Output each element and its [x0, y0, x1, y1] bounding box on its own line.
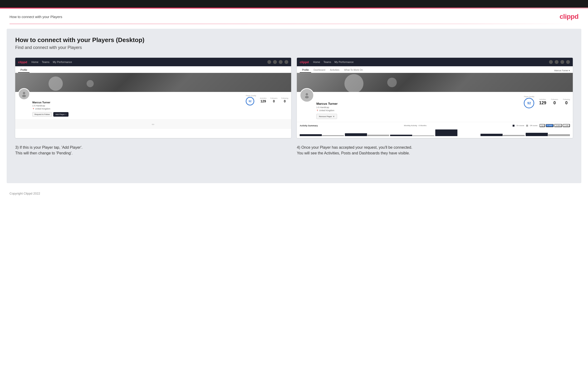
header-divider — [9, 24, 579, 24]
right-user-icon[interactable] — [555, 60, 559, 64]
left-avatar-wrap: Marcus Turner 1-5 Handicap 📍 United King… — [18, 88, 288, 117]
user-icon[interactable] — [273, 60, 277, 64]
right-nav-items: Home Teams My Performance — [313, 61, 549, 63]
left-stat-followers: Followers 0 — [270, 97, 277, 103]
right-player-handicap: 1-5 Handicap — [316, 106, 524, 109]
left-nav-home[interactable]: Home — [31, 61, 38, 63]
right-navbar-logo: clippd — [300, 60, 309, 64]
add-player-button[interactable]: Add Player + — [53, 112, 69, 117]
bar-group-4 — [435, 129, 480, 136]
legend-on-course-label: On course — [516, 125, 524, 126]
period-3mths[interactable]: 3 mths — [554, 124, 562, 127]
right-description: 4) Once your Player has accepted your re… — [297, 145, 573, 156]
bar-oncourse-3 — [390, 135, 412, 136]
right-avatar — [300, 88, 314, 102]
right-nav-home[interactable]: Home — [313, 61, 320, 63]
left-tabbar: Profile — [15, 66, 291, 73]
bar-oncourse-1 — [300, 134, 322, 136]
period-1yr[interactable]: 1 yr — [539, 124, 545, 127]
right-nav-icons — [549, 60, 570, 64]
right-search-icon[interactable] — [549, 60, 553, 64]
bar-oncourse-4 — [435, 129, 458, 136]
bar-offcourse-2 — [367, 135, 389, 136]
right-avatar-icon — [303, 92, 310, 99]
left-player-name: Marcus Turner — [32, 101, 246, 104]
legend-on-course — [513, 125, 515, 127]
right-screenshot: clippd Home Teams My Performance Profile — [297, 58, 573, 138]
bar-group-5 — [481, 134, 525, 136]
page-footer: Copyright Clippd 2022 — [0, 188, 588, 199]
left-profile-info: Marcus Turner 1-5 Handicap 📍 United King… — [32, 101, 246, 110]
descriptions-row: 3) If this is your Player tap, 'Add Play… — [15, 145, 573, 156]
bar-offcourse-1 — [322, 135, 344, 136]
left-buttons-row: Request to Follow Add Player + — [32, 112, 288, 117]
top-bar — [0, 0, 588, 8]
legend-off-course-label: Off course — [530, 125, 537, 126]
svg-point-3 — [305, 96, 309, 98]
right-tab-whattoworkon[interactable]: What To Work On — [342, 69, 365, 73]
right-tab-activities[interactable]: Activities — [328, 69, 342, 73]
activity-controls: On course Off course 1 yr 6 mths 3 mths … — [513, 124, 570, 127]
right-remove-btn-wrap: Remove Player × — [316, 114, 570, 119]
right-nav-teams[interactable]: Teams — [323, 61, 331, 63]
period-6mths[interactable]: 6 mths — [546, 124, 553, 127]
left-stat-following: Following 0 — [281, 97, 288, 103]
period-1mth[interactable]: 1 mth — [563, 124, 570, 127]
right-player-location: 📍 United Kingdom — [316, 109, 524, 112]
page-header-title: How to connect with your Players — [9, 15, 62, 19]
banner-circle-2 — [86, 80, 94, 87]
left-nav-items: Home Teams My Performance — [31, 61, 267, 63]
clippd-logo: clippd — [560, 13, 579, 20]
right-user-label[interactable]: Marcus Turner ▾ — [554, 69, 570, 73]
activity-bars — [300, 128, 570, 136]
profile-icon[interactable] — [285, 60, 288, 64]
avatar-icon — [21, 91, 27, 97]
main-subtitle: Find and connect with your Players — [15, 45, 573, 50]
right-description-text: 4) Once your Player has accepted your re… — [297, 145, 573, 156]
right-player-name: Marcus Turner — [316, 102, 524, 106]
activity-title: Activity Summary — [300, 125, 318, 127]
right-quality-circle: 92 — [524, 98, 534, 108]
left-screenshot: clippd Home Teams My Performance Profile — [15, 58, 291, 138]
bar-group-6 — [526, 133, 570, 136]
bar-group-2 — [345, 133, 389, 136]
right-profile-icon[interactable] — [566, 60, 570, 64]
bar-offcourse-6 — [548, 134, 570, 136]
legend-off-course — [526, 125, 528, 127]
page-header: How to connect with your Players clippd — [0, 8, 588, 24]
right-tab-profile[interactable]: Profile — [300, 69, 311, 73]
activity-legend: On course Off course — [513, 125, 537, 127]
remove-player-button[interactable]: Remove Player × — [316, 114, 337, 119]
svg-point-0 — [23, 92, 25, 94]
right-tabs-left: Profile Dashboard Activities What To Wor… — [300, 69, 365, 73]
left-profile-section: Marcus Turner 1-5 Handicap 📍 United King… — [15, 92, 291, 119]
right-quality-block: Player Quality 92 — [524, 96, 534, 108]
right-avatar-wrap: Marcus Turner 1-5 Handicap 📍 United King… — [300, 88, 570, 119]
left-edit-area: ✏ — [15, 119, 291, 129]
copyright-text: Copyright Clippd 2022 — [9, 192, 40, 195]
right-stats-area: Player Quality 92 Activities 129 Followe… — [524, 96, 570, 108]
right-stat-followers: Followers 0 — [551, 99, 558, 106]
request-follow-button[interactable]: Request to Follow — [32, 112, 52, 117]
settings-icon[interactable] — [279, 60, 283, 64]
main-title: How to connect with your Players (Deskto… — [15, 36, 573, 44]
left-quality-circle: 92 — [246, 97, 254, 106]
bar-group-1 — [300, 134, 344, 136]
main-content: How to connect with your Players (Deskto… — [7, 29, 581, 183]
left-nav-myperformance[interactable]: My Performance — [53, 61, 72, 63]
bar-offcourse-5 — [503, 135, 525, 136]
right-nav-myperformance[interactable]: My Performance — [334, 61, 354, 63]
right-activity-summary: Activity Summary Monthly Activity · 6 Mo… — [297, 122, 573, 138]
left-navbar-logo: clippd — [18, 60, 27, 64]
right-profile-section: Marcus Turner 1-5 Handicap 📍 United King… — [297, 92, 573, 122]
tab-profile[interactable]: Profile — [18, 69, 29, 73]
right-tab-dashboard[interactable]: Dashboard — [311, 69, 328, 73]
bar-oncourse-5 — [481, 134, 503, 136]
left-quality-block: Player Quality 92 — [246, 95, 256, 106]
search-icon[interactable] — [267, 60, 271, 64]
right-profile-info: Marcus Turner 1-5 Handicap 📍 United King… — [316, 102, 524, 112]
left-nav-teams[interactable]: Teams — [42, 61, 50, 63]
left-player-handicap: 1-5 Handicap — [32, 104, 246, 107]
right-stat-following: Following 0 — [563, 99, 570, 106]
right-settings-icon[interactable] — [560, 60, 564, 64]
